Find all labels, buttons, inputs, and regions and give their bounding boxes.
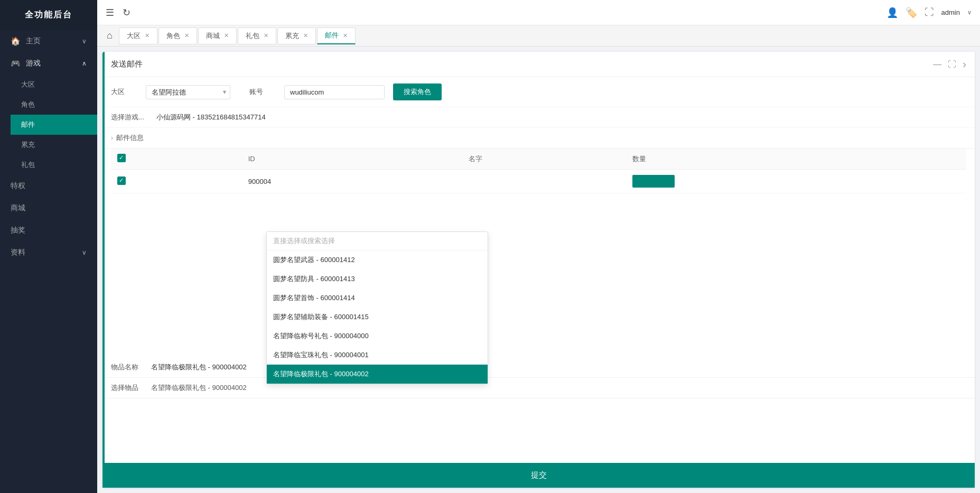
menu-icon[interactable]: ☰ xyxy=(106,7,114,18)
topbar: ☰ ↻ 👤 🏷️ ⛶ admin ∨ xyxy=(97,0,980,25)
sidebar-item-lottery-label: 抽奖 xyxy=(11,226,25,235)
maximize-icon[interactable]: ⛶ xyxy=(948,60,956,69)
tabs-bar: ⌂ 大区 ✕ 角色 ✕ 商城 ✕ 礼包 ✕ 累充 ✕ 邮件 ✕ xyxy=(97,25,980,46)
sidebar-item-mail-label: 邮件 xyxy=(21,120,35,129)
submit-button[interactable]: 提交 xyxy=(102,463,975,488)
panel-header: 发送邮件 — ⛶ › xyxy=(102,52,975,77)
item-name-value: 名望降临极限礼包 - 900004002 xyxy=(151,362,247,372)
tab-recharge-label: 累充 xyxy=(285,31,299,41)
game-value: 小仙源码网 - 183521684815347714 xyxy=(156,113,266,122)
sidebar-item-role-label: 角色 xyxy=(21,100,35,109)
dropdown-item-3[interactable]: 圆梦名望辅助装备 - 600001415 xyxy=(267,308,488,327)
tab-mail-label: 邮件 xyxy=(325,31,339,40)
search-button[interactable]: 搜索角色 xyxy=(393,83,442,100)
qty-bar xyxy=(632,175,675,188)
sidebar-home-arrow: ∨ xyxy=(82,38,87,45)
collapse-mail-info[interactable]: › 邮件信息 xyxy=(102,128,975,148)
tab-shop-close[interactable]: ✕ xyxy=(224,32,229,39)
tab-mail[interactable]: 邮件 ✕ xyxy=(317,27,356,44)
close-icon[interactable]: › xyxy=(963,58,966,70)
collapse-label: 邮件信息 xyxy=(116,133,144,143)
table-wrapper: ID 名字 数量 900004 xyxy=(102,148,975,199)
sidebar-item-zone[interactable]: 大区 xyxy=(11,75,97,95)
tab-shop[interactable]: 商城 ✕ xyxy=(198,27,237,44)
content-area: 发送邮件 — ⛶ › 大区 名望阿拉德 账号 搜索角色 xyxy=(97,46,980,493)
dropdown-item-6[interactable]: 名望降临极限礼包 - 900004002 xyxy=(267,365,488,384)
search-form-row: 大区 名望阿拉德 账号 搜索角色 xyxy=(102,77,975,107)
tab-role[interactable]: 角色 ✕ xyxy=(158,27,197,44)
item-dropdown: 直接选择或搜索选择 圆梦名望武器 - 600001412 圆梦名望防具 - 60… xyxy=(266,231,488,384)
sidebar-sub-game: 大区 角色 邮件 累充 礼包 xyxy=(0,75,97,175)
dropdown-item-1[interactable]: 圆梦名望防具 - 600001413 xyxy=(267,269,488,289)
row-checkbox-cell xyxy=(111,170,242,193)
zone-label: 大区 xyxy=(111,87,137,97)
admin-arrow: ∨ xyxy=(967,9,972,16)
sidebar-item-shop-label: 商城 xyxy=(11,203,25,213)
sidebar-item-mail[interactable]: 邮件 xyxy=(11,115,97,135)
admin-menu[interactable]: admin xyxy=(941,8,960,16)
items-table: ID 名字 数量 900004 xyxy=(111,148,966,193)
sidebar-item-home-label: 主页 xyxy=(26,36,41,46)
minimize-icon[interactable]: — xyxy=(933,60,941,69)
tab-gift-label: 礼包 xyxy=(246,31,259,41)
sidebar-item-home[interactable]: 🏠 主页 ∨ xyxy=(0,30,97,52)
main-panel: 发送邮件 — ⛶ › 大区 名望阿拉德 账号 搜索角色 xyxy=(102,52,975,488)
sidebar-item-privilege-label: 特权 xyxy=(11,181,25,191)
user-avatar-icon[interactable]: 👤 xyxy=(886,7,898,18)
dropdown-item-2[interactable]: 圆梦名望首饰 - 600001414 xyxy=(267,289,488,308)
refresh-icon[interactable]: ↻ xyxy=(123,7,130,18)
row-id: 900004 xyxy=(242,170,462,193)
tab-recharge-close[interactable]: ✕ xyxy=(303,32,308,39)
sidebar-item-lottery[interactable]: 抽奖 xyxy=(0,219,97,241)
select-item-label: 选择物品 xyxy=(111,383,143,393)
row-checkbox[interactable] xyxy=(117,176,126,185)
zone-select[interactable]: 名望阿拉德 xyxy=(146,85,230,99)
col-id: ID xyxy=(242,148,462,170)
col-name: 名字 xyxy=(462,148,626,170)
dropdown-placeholder[interactable]: 直接选择或搜索选择 xyxy=(267,232,488,250)
col-checkbox xyxy=(111,148,242,170)
tab-shop-label: 商城 xyxy=(206,31,220,41)
panel-title: 发送邮件 xyxy=(111,59,143,69)
dropdown-item-4[interactable]: 名望降临称号礼包 - 900004000 xyxy=(267,327,488,346)
select-item-value: 名望降临极限礼包 - 900004002 xyxy=(151,383,247,393)
sidebar-item-data[interactable]: 资料 ∨ xyxy=(0,241,97,264)
sidebar-item-game-label: 游戏 xyxy=(26,59,41,68)
sidebar-item-game[interactable]: 🎮 游戏 ∧ xyxy=(0,52,97,75)
collapse-arrow-icon: › xyxy=(111,134,113,142)
sidebar-item-role[interactable]: 角色 xyxy=(11,95,97,115)
table-row: 900004 xyxy=(111,170,966,193)
header-checkbox[interactable] xyxy=(117,154,126,162)
dropdown-item-0[interactable]: 圆梦名望武器 - 600001412 xyxy=(267,250,488,269)
sidebar-item-privilege[interactable]: 特权 xyxy=(0,175,97,197)
tag-icon[interactable]: 🏷️ xyxy=(906,7,917,18)
panel-left-bar xyxy=(102,52,105,488)
home-icon: 🏠 xyxy=(11,36,21,46)
tab-zone-close[interactable]: ✕ xyxy=(145,32,150,39)
tab-gift-close[interactable]: ✕ xyxy=(264,32,268,39)
row-name xyxy=(462,170,626,193)
fullscreen-icon[interactable]: ⛶ xyxy=(925,7,934,18)
account-input[interactable] xyxy=(284,85,385,99)
sidebar-data-arrow: ∨ xyxy=(82,249,87,256)
sidebar-item-gift[interactable]: 礼包 xyxy=(11,155,97,175)
item-name-label: 物品名称 xyxy=(111,362,143,372)
sidebar-item-gift-label: 礼包 xyxy=(21,160,35,170)
panel-actions: — ⛶ › xyxy=(933,58,966,70)
tab-home[interactable]: ⌂ xyxy=(101,30,118,41)
game-icon: 🎮 xyxy=(11,59,21,68)
select-item-row: 选择物品 名望降临极限礼包 - 900004002 xyxy=(102,378,975,398)
tab-recharge[interactable]: 累充 ✕ xyxy=(277,27,316,44)
tab-zone[interactable]: 大区 ✕ xyxy=(119,27,157,44)
sidebar-item-shop[interactable]: 商城 xyxy=(0,197,97,219)
item-name-row: 物品名称 名望降临极限礼包 - 900004002 xyxy=(102,357,975,378)
tab-role-close[interactable]: ✕ xyxy=(184,32,189,39)
topbar-right: 👤 🏷️ ⛶ admin ∨ xyxy=(886,7,972,18)
sidebar-item-recharge-label: 累充 xyxy=(21,140,35,150)
zone-select-wrapper: 名望阿拉德 xyxy=(146,85,230,99)
account-label: 账号 xyxy=(249,87,276,97)
dropdown-item-5[interactable]: 名望降临宝珠礼包 - 900004001 xyxy=(267,346,488,365)
tab-mail-close[interactable]: ✕ xyxy=(343,32,348,39)
tab-gift[interactable]: 礼包 ✕ xyxy=(238,27,276,44)
sidebar-item-recharge[interactable]: 累充 xyxy=(11,135,97,155)
